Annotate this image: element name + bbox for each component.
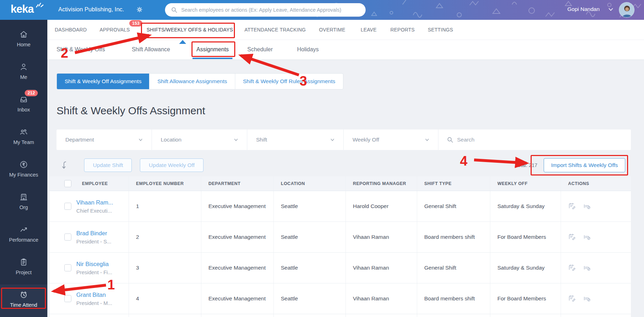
row-checkbox[interactable] [64,295,71,302]
cell-employee-number: 4 [129,283,201,314]
sidebar-item-performance[interactable]: Performance [0,219,47,252]
edit-shift-icon[interactable] [568,294,577,303]
sidebar-item-my-team[interactable]: My Team [0,122,47,154]
view-tab-shift-weekly-off-rules-assignments[interactable]: Shift & Weekly Off Rules Assignments [235,74,343,89]
rupee-icon [19,160,28,169]
row-checkbox[interactable] [64,203,71,210]
header-actions: ACTIONS [561,176,631,191]
company-settings-gear-icon[interactable] [136,6,143,13]
team-icon [19,127,28,137]
header-weekly-off: WEEKLY OFF [490,176,561,191]
sidebar-item-inbox[interactable]: 212 Inbox [0,89,47,122]
global-search[interactable] [165,3,366,17]
subtab-assignments[interactable]: Assignments [196,46,229,53]
shift-filter-label: Shift [256,137,267,143]
performance-icon [19,225,28,234]
sidebar-item-home[interactable]: Home [0,24,47,57]
employee-designation: Chief Executi... [76,208,113,214]
keka-logo: keka [11,3,34,16]
row-checkbox[interactable] [64,264,71,271]
update-weekly-off-icon[interactable] [583,264,591,272]
tab-settings[interactable]: SETTINGS [428,27,453,33]
tab-attendance-tracking[interactable]: ATTENDANCE TRACKING [244,27,306,33]
department-filter-dropdown[interactable]: Department [57,129,152,150]
table-row: Nir Bisceglia President - Fi... 3 Execut… [49,253,631,283]
cell-department: Executive Management [201,283,274,314]
employee-name-link[interactable]: Brad Binder [76,230,111,237]
tab-leave[interactable]: LEAVE [361,27,377,33]
sort-arrow-icon[interactable] [60,160,69,170]
table-search[interactable] [438,129,631,150]
tab-reports[interactable]: REPORTS [390,27,415,33]
sidebar-item-project[interactable]: Project [0,252,47,284]
project-icon [19,258,28,267]
cell-employee-number: 1 [129,191,201,221]
user-avatar[interactable] [619,2,634,18]
department-filter-label: Department [65,137,94,143]
header-location: LOCATION [274,176,346,191]
sidebar-label: Me [20,74,27,80]
chevron-down-icon [138,137,143,142]
table-search-input[interactable] [457,137,631,143]
sidebar-item-me[interactable]: Me [0,57,47,89]
employee-name-link[interactable]: Grant Bitan [76,292,112,298]
inbox-icon [19,95,28,104]
subtab-holidays[interactable]: Holidays [297,46,319,53]
employee-designation: President - Fi... [76,269,112,275]
user-menu-chevron-down-icon[interactable] [608,8,613,11]
update-weekly-off-button[interactable]: Update Weekly Off [140,158,203,172]
tab-overtime[interactable]: OVERTIME [319,27,345,33]
import-shifts-weekly-offs-button[interactable]: Import Shifts & Weekly Offs [544,158,625,172]
active-subtab-underline [193,58,232,59]
sidebar-label: My Finances [9,172,38,178]
module-nav: 153 DASHBOARD APPROVALS SHIFTS/WEEKLY OF… [47,20,644,40]
sidebar-label: My Team [13,139,34,145]
table-header-row: EMPLOYEE EMPLOYEE NUMBER DEPARTMENT LOCA… [49,176,631,191]
tab-dashboard[interactable]: DASHBOARD [55,27,87,33]
update-weekly-off-icon[interactable] [583,294,591,303]
cell-employee-number: 3 [129,253,201,283]
cell-weekly-off: Saturday & Sunday [490,253,561,283]
active-tab-caret-icon [179,40,186,44]
subtab-shift-allowance[interactable]: Shift Allowance [132,46,170,53]
cell-employee-number: 2 [129,222,201,252]
employee-name-link[interactable]: Nir Bisceglia [76,261,112,267]
employee-name-link[interactable]: Vihaan Ram... [76,199,113,206]
keka-logo-spark-icon [35,1,44,8]
header-shift-type: SHIFT TYPE [417,176,490,191]
company-name[interactable]: Activision Publishing, Inc. [58,6,124,13]
cell-shift-type: Board members shift [417,222,490,252]
global-search-input[interactable] [181,7,360,13]
view-tab-shift-weekly-off-assignments[interactable]: Shift & Weekly Off Assignments [57,74,149,89]
select-all-checkbox[interactable] [64,180,71,187]
view-tab-shift-allowance-assignments[interactable]: Shift Allowance Assignments [149,74,235,89]
edit-shift-icon[interactable] [568,264,577,272]
subtab-shift-weekly-offs[interactable]: Shift & Weekly Offs [57,46,105,53]
user-name[interactable]: Gopi Nandan [567,6,599,12]
table-row: Vihaan Ram... Chief Executi... 1 Executi… [49,191,631,222]
sidebar-item-my-finances[interactable]: My Finances [0,154,47,187]
location-filter-dropdown[interactable]: Location [152,129,247,150]
shift-filter-dropdown[interactable]: Shift [247,129,344,150]
tab-approvals[interactable]: APPROVALS [100,27,130,33]
sidebar-item-org[interactable]: Org [0,187,47,219]
edit-shift-icon[interactable] [568,233,577,241]
cell-shift-type: General Shift [417,253,490,283]
edit-shift-icon[interactable] [568,202,577,211]
tab-shifts-weekly-offs-holidays[interactable]: SHIFTS/WEEKLY OFFS & HOLIDAYS [147,27,233,33]
cell-department: Executive Management [201,253,274,283]
cell-location: Seattle [274,222,346,252]
inbox-badge: 212 [25,90,38,96]
weekly-off-filter-dropdown[interactable]: Weekly Off [344,129,438,150]
sidebar-item-time-attend[interactable]: Time Attend [0,284,47,317]
subtab-scheduler[interactable]: Scheduler [247,46,273,53]
row-checkbox[interactable] [64,234,71,241]
org-icon [19,192,28,202]
clock-icon [19,290,28,299]
update-weekly-off-icon[interactable] [583,202,591,211]
update-shift-button[interactable]: Update Shift [84,158,132,172]
sidebar-label: Inbox [17,107,30,113]
cell-location: Seattle [274,253,346,283]
employee-designation: President - M... [76,300,112,306]
update-weekly-off-icon[interactable] [583,233,591,241]
